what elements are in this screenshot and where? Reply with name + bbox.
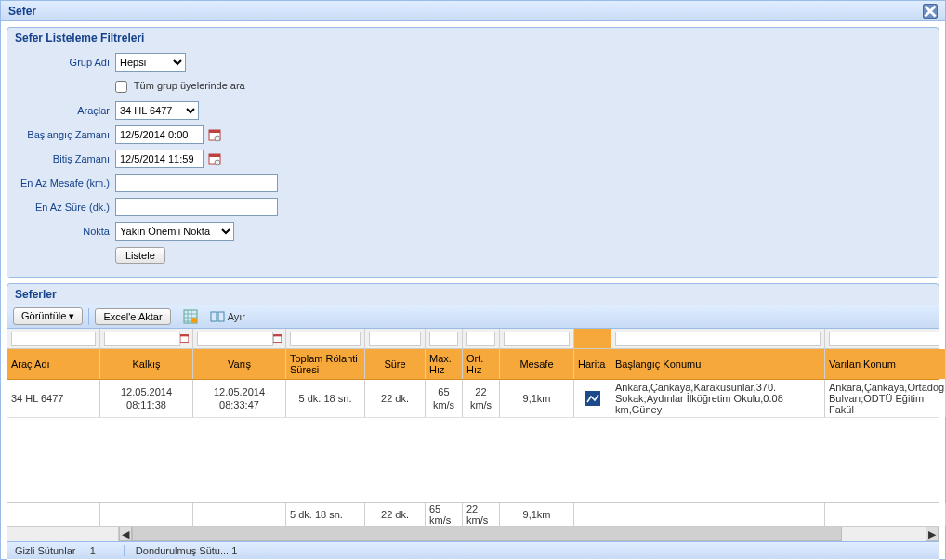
svg-rect-13 <box>273 334 282 336</box>
tum-grup-checkbox-label[interactable]: Tüm grup üyelerinde ara <box>115 80 245 93</box>
svg-point-5 <box>215 160 220 165</box>
col-maxhiz[interactable]: Max. Hız <box>426 349 463 379</box>
col-varis[interactable]: Varış <box>193 349 286 379</box>
tum-grup-checkbox[interactable] <box>115 81 127 93</box>
col-arac-adi[interactable]: Araç Adı <box>7 349 100 379</box>
cell-varilan: Ankara,Çankaya,Ortadoğu Bulvarı;ODTÜ Eği… <box>825 380 946 417</box>
cell-varis: 12.05.201408:33:47 <box>193 380 286 417</box>
nokta-label: Nokta <box>15 226 115 237</box>
horizontal-scrollbar[interactable]: ◀ ▶ <box>7 527 939 541</box>
cell-rolanti: 5 dk. 18 sn. <box>286 380 365 417</box>
svg-point-2 <box>215 136 220 141</box>
min-mesafe-input[interactable] <box>115 174 278 192</box>
filter-maxhiz[interactable] <box>429 332 458 346</box>
araclar-label: Araçlar <box>15 105 115 116</box>
cell-kalkis: 12.05.201408:11:38 <box>100 380 193 417</box>
goruntule-button[interactable]: Görüntüle ▾ <box>13 307 83 325</box>
cell-maxhiz: 65km/s <box>426 380 463 417</box>
col-varilan[interactable]: Varılan Konum <box>825 349 946 379</box>
filters-title: Sefer Listeleme Filtreleri <box>7 28 939 48</box>
filters-panel: Sefer Listeleme Filtreleri Grup Adı Heps… <box>7 27 939 278</box>
col-orthiz[interactable]: Ort. Hız <box>463 349 500 379</box>
col-sure[interactable]: Süre <box>365 349 426 379</box>
calendar-icon[interactable] <box>207 127 222 142</box>
map-icon[interactable] <box>584 389 602 408</box>
sefer-window: Sefer Sefer Listeleme Filtreleri Grup Ad… <box>0 0 946 560</box>
dondurulmus-label: Dondurulmuş Sütu... 1 <box>124 545 237 556</box>
sum-orthiz: 22 km/s <box>463 503 500 526</box>
filter-sure[interactable] <box>369 332 421 346</box>
col-rolanti[interactable]: Toplam Rölanti Süresi <box>286 349 365 379</box>
svg-rect-8 <box>211 312 217 321</box>
svg-rect-9 <box>218 312 224 321</box>
nokta-select[interactable]: Yakın Önemli Nokta <box>115 222 234 241</box>
filter-orthiz[interactable] <box>466 332 495 346</box>
svg-point-7 <box>191 318 197 323</box>
calendar-icon[interactable] <box>180 332 189 346</box>
baslangic-input[interactable] <box>115 125 204 144</box>
window-title: Sefer <box>8 5 36 18</box>
col-kalkis[interactable]: Kalkış <box>100 349 193 379</box>
table-row[interactable]: 34 HL 6477 12.05.201408:11:38 12.05.2014… <box>7 380 939 418</box>
grid-status-bar: Gizli Sütunlar 1 Dondurulmuş Sütu... 1 <box>7 541 939 559</box>
col-baslangic[interactable]: Başlangıç Konumu <box>611 349 825 379</box>
grid-body: 34 HL 6477 12.05.201408:11:38 12.05.2014… <box>7 380 939 502</box>
cell-sure: 22 dk. <box>365 380 426 417</box>
cell-harita[interactable] <box>574 380 611 417</box>
min-sure-input[interactable] <box>115 198 278 216</box>
split-icon <box>210 309 225 324</box>
svg-rect-11 <box>180 334 189 336</box>
sum-maxhiz: 65 km/s <box>426 503 463 526</box>
min-mesafe-label: En Az Mesafe (km.) <box>15 177 115 189</box>
grid-config-icon[interactable] <box>183 309 198 324</box>
sum-sure: 22 dk. <box>365 503 426 526</box>
grid-summary-row: 5 dk. 18 sn. 22 dk. 65 km/s 22 km/s 9,1k… <box>7 502 939 527</box>
calendar-icon[interactable] <box>207 151 222 166</box>
araclar-select[interactable]: 34 HL 6477 <box>115 101 199 120</box>
grup-adi-label: Grup Adı <box>15 57 115 68</box>
filter-kalkis[interactable] <box>104 332 180 346</box>
cell-arac: 34 HL 6477 <box>7 380 100 417</box>
grid-filter-row <box>7 329 939 349</box>
seferler-title: Seferler <box>7 284 939 305</box>
col-harita[interactable]: Harita <box>574 349 611 379</box>
close-icon[interactable] <box>923 4 938 19</box>
svg-rect-4 <box>209 154 220 157</box>
calendar-icon[interactable] <box>273 332 282 346</box>
excel-button[interactable]: Excel'e Aktar <box>95 308 170 325</box>
bitis-label: Bitiş Zamanı <box>15 153 115 164</box>
cell-orthiz: 22km/s <box>463 380 500 417</box>
grid-header-row: Araç Adı Kalkış Varış Toplam Rölanti Sür… <box>7 349 939 380</box>
filter-varis[interactable] <box>197 332 273 346</box>
filter-baslangic[interactable] <box>615 332 821 346</box>
cell-mesafe: 9,1km <box>500 380 574 417</box>
bitis-input[interactable] <box>115 150 204 168</box>
sum-rolanti: 5 dk. 18 sn. <box>286 503 365 526</box>
data-grid: Araç Adı Kalkış Varış Toplam Rölanti Sür… <box>7 329 939 541</box>
filter-mesafe[interactable] <box>504 332 570 346</box>
filter-rolanti[interactable] <box>290 332 361 346</box>
seferler-panel: Seferler Görüntüle ▾ Excel'e Aktar Ayır <box>7 283 939 560</box>
grid-toolbar: Görüntüle ▾ Excel'e Aktar Ayır <box>7 305 939 329</box>
grup-adi-select[interactable]: Hepsi <box>115 53 186 72</box>
svg-rect-1 <box>209 130 220 133</box>
listele-button[interactable]: Listele <box>115 247 165 264</box>
gizli-sutunlar-label: Gizli Sütunlar <box>15 545 75 556</box>
filter-varilan[interactable] <box>829 332 939 346</box>
sum-mesafe: 9,1km <box>500 503 574 526</box>
window-header: Sefer <box>1 1 945 21</box>
filter-arac[interactable] <box>11 332 96 346</box>
ayir-button[interactable]: Ayır <box>210 309 245 324</box>
col-mesafe[interactable]: Mesafe <box>500 349 574 379</box>
min-sure-label: En Az Süre (dk.) <box>15 202 115 213</box>
baslangic-label: Başlangıç Zamanı <box>15 129 115 140</box>
cell-baslangic: Ankara,Çankaya,Karakusunlar,370. Sokak;A… <box>611 380 825 417</box>
